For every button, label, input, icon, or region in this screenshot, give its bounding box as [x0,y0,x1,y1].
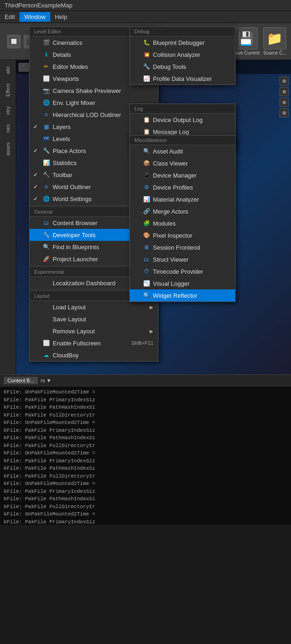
icon-session-frontend: 🖥 [143,244,150,251]
menu-help[interactable]: Help [50,12,72,22]
label-load-layout: Load Layout [53,304,147,311]
label-merge-actors: Merge Actors [153,208,230,215]
menu-item-remove-layout[interactable]: Remove Layout ▶ [30,325,158,337]
menu-item-asset-audit[interactable]: 🔍 Asset Audit [130,145,235,157]
menu-item-timecode-provider[interactable]: ⏱ Timecode Provider [130,265,235,277]
log-line: kFile: PakFile FullDirectoryIr [4,411,287,419]
icon-message-log: 📋 [143,128,150,135]
menu-item-device-profiles[interactable]: ⚙ Device Profiles [130,181,235,193]
vp-icon-1[interactable]: ⚙ [279,76,289,86]
menu-item-profile-data[interactable]: 📈 Profile Data Visualizer [130,73,235,85]
menu-item-enable-fullscreen[interactable]: ⬜ Enable Fullscreen Shift+F11 [30,337,158,349]
menu-item-merge-actors[interactable]: 🔗 Merge Actors [130,205,235,217]
label-timecode-provider: Timecode Provider [153,268,230,275]
icon-statistics: 📊 [42,159,50,166]
icon-visual-logger: 📉 [143,280,150,287]
label-widget-reflector: Widget Reflector [153,292,230,299]
shortcut-fullscreen: Shift+F11 [132,340,153,346]
menu-item-device-output-log[interactable]: 📋 Device Output Log [130,114,235,126]
menu-item-material-analyzer[interactable]: 📊 Material Analyzer [130,193,235,205]
menu-item-load-layout[interactable]: Load Layout ▶ [30,301,158,313]
log-line: kFile: OnPakFileMounted2Time = [4,388,287,396]
icon-device-profiles: ⚙ [143,184,150,191]
strip-asses[interactable]: asses [3,139,12,159]
menu-item-visual-logger[interactable]: 📉 Visual Logger [130,277,235,289]
icon-device-output-log: 📋 [143,116,150,123]
label-asset-audit: Asset Audit [153,148,230,155]
icon-content-browser: 🗂 [42,219,50,227]
icon-save-layout [42,315,50,323]
label-device-manager: Device Manager [153,172,230,179]
section-log: Log [130,104,235,114]
menu-item-modules[interactable]: 🧩 Modules [130,217,235,229]
icon-find-blueprints: 🔍 [42,243,50,251]
label-profile-data: Profile Data Visualizer [153,75,230,82]
menu-item-cloudboy[interactable]: ☁ CloudBoy [30,349,158,361]
icon-levels: 🗺 [42,135,50,142]
label-pixel-inspector: Pixel Inspector [153,232,230,239]
menu-window[interactable]: Window [19,12,50,22]
icon-class-viewer: 📦 [143,159,150,167]
check-world-outliner: ✓ [33,184,40,190]
menu-bar: Edit Window Help [0,11,291,23]
content-browser-tab[interactable]: Content B... [4,377,38,384]
log-line: kFile: PakFile FullDirectoryIr [4,472,287,480]
label-device-output-log: Device Output Log [153,117,230,123]
label-modules: Modules [153,220,230,227]
menu-item-camera-shake[interactable]: 📷 Camera Shake Previewer [30,85,158,97]
menu-item-widget-reflector[interactable]: 🔍 Widget Reflector [130,289,235,301]
arrow-remove-layout: ▶ [150,329,153,334]
icon-place-actors: 🔧 [42,147,50,154]
content-browser-bar: Content B... rs ▼ [0,374,291,386]
title-bar-text: ThirdPersonExampleMap [5,2,73,9]
vp-icon-3[interactable]: ⚙ [279,98,289,107]
icon-localization [42,279,50,287]
strip-effect[interactable]: Effect [3,80,12,100]
menu-item-debug-tools[interactable]: 🔧 Debug Tools [130,61,235,73]
save-current-button[interactable]: 💾 Save Current [232,27,260,55]
log-line: kFile: PakFile FullDirectoryIr [4,503,287,511]
menu-item-pixel-inspector[interactable]: 🎨 Pixel Inspector [130,229,235,241]
label-material-analyzer: Material Analyzer [153,196,230,203]
label-message-log: Message Log [153,129,230,135]
icon-developer-tools: 🔧 [42,231,50,239]
log-line: kFile: OnPakFileMounted2Time = [4,449,287,457]
strip-etry[interactable]: etry [3,103,12,118]
log-line: kFile: PakFile PrimaryIndexSiz [4,518,287,525]
icon-widget-reflector: 🔍 [143,292,150,299]
cb-dropdown[interactable]: rs ▼ [41,378,51,383]
icon-load-layout [42,303,50,311]
icon-cloudboy: ☁ [42,351,50,359]
menu-item-save-layout[interactable]: Save Layout [30,313,158,325]
vp-icon-2[interactable]: ⚙ [279,87,289,96]
menu-item-blueprint-debugger[interactable]: 🐛 Blueprint Debugger [130,37,235,49]
icon-device-manager: 📱 [143,172,150,179]
perspective-icon: ⬛ [23,64,29,70]
label-collision-analyzer: Collision Analyzer [153,51,230,58]
check-toolbar: ✓ [33,172,40,178]
icon-viewports: ⬜ [42,75,50,82]
menu-item-session-frontend[interactable]: 🖥 Session Frontend [130,241,235,253]
label-enable-fullscreen: Enable Fullscreen [53,340,120,347]
label-struct-viewer: Struct Viewer [153,256,230,263]
strip-nes[interactable]: nes [3,121,12,136]
icon-debug-tools: 🔧 [143,63,150,70]
toolbar-icon-1[interactable]: 🔲 [7,35,21,49]
menu-item-class-viewer[interactable]: 📦 Class Viewer [130,157,235,169]
log-line: kFile: PakFile FullDirectoryIr [4,442,287,450]
menu-item-collision-analyzer[interactable]: 💥 Collision Analyzer [130,49,235,61]
log-line: kFile: OnPakFileMounted2Time = [4,419,287,427]
icon-asset-audit: 🔍 [143,147,150,155]
icon-world-outliner: ≡ [42,183,50,190]
log-line: kFile: PakFile PathHashIndexSi [4,434,287,442]
vp-icon-4[interactable]: ⚙ [279,108,289,117]
menu-edit[interactable]: Edit [0,12,19,22]
source-control-button[interactable]: 📁 Source C... [263,27,286,55]
label-blueprint-debugger: Blueprint Debugger [153,39,230,46]
check-place-actors: ✓ [33,147,40,154]
menu-item-struct-viewer[interactable]: 🗂 Struct Viewer [130,253,235,265]
icon-camera-shake: 📷 [42,87,50,94]
icon-layers: ▦ [42,123,50,130]
strip-matic[interactable]: atic [3,62,12,78]
menu-item-device-manager[interactable]: 📱 Device Manager [130,169,235,181]
